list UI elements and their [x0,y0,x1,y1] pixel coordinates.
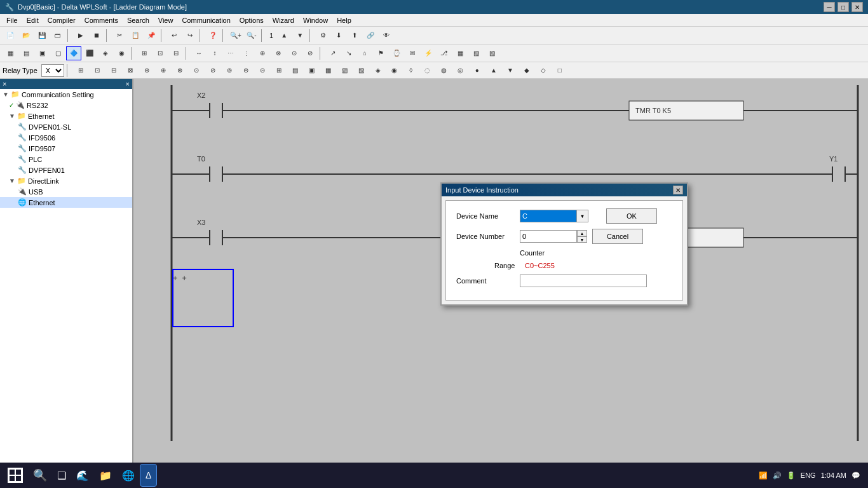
left-panel-close[interactable]: × [126,80,130,88]
tb-save[interactable]: 💾 [34,29,50,43]
relay-btn-6[interactable]: ⊕ [156,64,171,78]
relay-btn-26[interactable]: ▲ [486,64,501,78]
tree-communication-setting[interactable]: ▼ 📁 Communication Setting [0,89,132,100]
relay-btn-28[interactable]: ◆ [519,64,534,78]
tb-new[interactable]: 📄 [3,29,18,43]
tree-dvpen01[interactable]: 🔧 DVPEN01-SL [0,121,132,132]
relay-btn-8[interactable]: ⊙ [189,64,204,78]
relay-btn-20[interactable]: ◉ [387,64,402,78]
relay-btn-24[interactable]: ◎ [453,64,468,78]
tb-step-up[interactable]: ▲ [276,29,292,43]
relay-type-dropdown[interactable]: XYMS TCD [41,64,64,77]
tb2-17[interactable]: ⊗ [271,46,286,60]
tb2-25[interactable]: ✉ [405,46,420,60]
tb-upload[interactable]: ⬆ [347,29,362,43]
menu-communication[interactable]: Communication [178,16,234,25]
diagram-area[interactable]: X2 TMR T0 K5 T0 Y1 X3 [133,79,868,473]
relay-btn-10[interactable]: ⊚ [222,64,237,78]
relay-btn-19[interactable]: ◈ [370,64,386,78]
tb-copy[interactable]: 📋 [128,29,143,43]
relay-btn-25[interactable]: ● [470,64,485,78]
tb2-19[interactable]: ⊘ [302,46,318,60]
tb-cut[interactable]: ✂ [112,29,127,43]
relay-btn-7[interactable]: ⊗ [172,64,187,78]
tb2-2[interactable]: ▤ [18,46,34,60]
tree-directlink[interactable]: ▼ 📁 DirectLink [0,175,132,186]
chrome-btn[interactable]: 🌐 [117,464,140,487]
tree-usb[interactable]: 🔌 USB [0,186,132,197]
relay-btn-30[interactable]: □ [552,64,567,78]
tb-save-all[interactable]: 🗃 [50,29,65,43]
menu-wizard[interactable]: Wizard [269,16,298,25]
relay-btn-5[interactable]: ⊛ [139,64,154,78]
tb2-21[interactable]: ↘ [341,46,356,60]
relay-btn-4[interactable]: ⊠ [123,64,138,78]
tree-dvpfen01[interactable]: 🔧 DVPFEN01 [0,165,132,175]
tree-ifd9507[interactable]: 🔧 IFD9507 [0,143,132,154]
relay-btn-29[interactable]: ◇ [536,64,551,78]
maximize-btn[interactable]: □ [837,2,849,12]
tb2-11[interactable]: ⊟ [168,46,184,60]
cancel-button[interactable]: Cancel [592,229,643,244]
tb2-6[interactable]: ⬛ [82,46,97,60]
comment-input[interactable] [520,274,647,287]
relay-btn-2[interactable]: ⊡ [90,64,105,78]
tb-undo[interactable]: ↩ [166,29,182,43]
relay-btn-9[interactable]: ⊘ [205,64,220,78]
menu-help[interactable]: Help [333,16,355,25]
notification-icon[interactable]: 💬 [851,471,860,480]
tb-run[interactable]: ▶ [73,29,88,43]
tb2-4[interactable]: ▢ [50,46,65,60]
tree-ethernet-sub[interactable]: 🌐 Ethernet [0,197,132,208]
menu-comments[interactable]: Comments [81,16,122,25]
taskview-btn[interactable]: ❑ [52,464,71,487]
tb2-14[interactable]: ⋯ [223,46,238,60]
tree-ethernet-main[interactable]: ▼ 📁 Ethernet [0,111,132,121]
delta-app-btn[interactable]: Δ [140,464,157,487]
tb2-18[interactable]: ⊙ [287,46,302,60]
menu-view[interactable]: View [154,16,177,25]
tb2-28[interactable]: ▦ [452,46,468,60]
search-taskbar-btn[interactable]: 🔍 [28,464,52,487]
tb2-9[interactable]: ⊞ [137,46,152,60]
tb2-8[interactable]: ◉ [114,46,129,60]
relay-btn-27[interactable]: ▼ [503,64,518,78]
relay-btn-23[interactable]: ◍ [437,64,452,78]
tb-redo[interactable]: ↪ [182,29,198,43]
start-button[interactable] [3,464,28,487]
tb-compile[interactable]: ⚙ [315,29,330,43]
device-name-dropdown-btn[interactable]: ▼ [577,210,588,222]
menu-edit[interactable]: Edit [23,16,43,25]
tb2-10[interactable]: ⊡ [153,46,168,60]
tb2-27[interactable]: ⎇ [437,46,452,60]
tb2-23[interactable]: ⚑ [373,46,388,60]
device-number-input[interactable] [520,230,577,243]
relay-btn-18[interactable]: ▨ [354,64,369,78]
tb-open[interactable]: 📂 [18,29,34,43]
relay-btn-16[interactable]: ▦ [321,64,336,78]
relay-btn-13[interactable]: ⊞ [271,64,287,78]
relay-btn-12[interactable]: ⊝ [255,64,270,78]
tb-zoom-in[interactable]: 🔍+ [228,29,243,43]
tb2-26[interactable]: ⚡ [421,46,436,60]
spin-up-btn[interactable]: ▲ [577,230,587,236]
menu-search[interactable]: Search [123,16,153,25]
tb-zoom-out[interactable]: 🔍- [244,29,259,43]
tb2-7[interactable]: ◈ [98,46,113,60]
tb-download[interactable]: ⬇ [331,29,346,43]
tb-paste[interactable]: 📌 [144,29,159,43]
tb-monitor[interactable]: 👁 [379,29,394,43]
menu-compiler[interactable]: Compiler [44,16,79,25]
tb-help[interactable]: ❓ [205,29,220,43]
tb2-5[interactable]: 🔷 [66,46,81,60]
edge-btn[interactable]: 🌊 [71,464,94,487]
minimize-btn[interactable]: ─ [824,2,835,12]
tb2-13[interactable]: ↕ [207,46,222,60]
relay-btn-17[interactable]: ▧ [337,64,353,78]
dialog-close-btn[interactable]: ✕ [673,186,683,194]
relay-btn-1[interactable]: ⊞ [73,64,88,78]
menu-window[interactable]: Window [299,16,332,25]
relay-btn-15[interactable]: ▣ [304,64,320,78]
tb-step-dn[interactable]: ▼ [292,29,308,43]
menu-options[interactable]: Options [236,16,268,25]
